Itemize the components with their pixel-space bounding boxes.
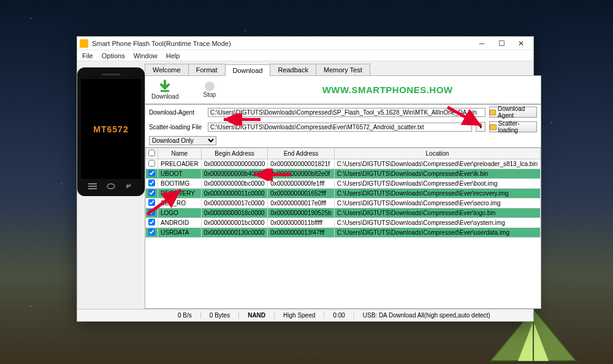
download-agent-label: Download-Agent — [149, 109, 204, 116]
cell-end: 0x00000000017e0fff — [268, 199, 335, 208]
maximize-button[interactable]: ☐ — [492, 37, 511, 50]
folder-icon — [490, 110, 496, 115]
row-checkbox[interactable] — [148, 180, 155, 186]
chip-label: MT6572 — [81, 79, 141, 179]
row-checkbox[interactable] — [148, 209, 155, 216]
cell-begin: 0x00000000130c0000 — [201, 228, 268, 238]
status-bytes: 0 Bytes — [201, 312, 239, 319]
app-icon — [80, 39, 88, 48]
menu-help[interactable]: Help — [166, 52, 180, 59]
row-checkbox[interactable] — [148, 160, 155, 167]
svg-rect-4 — [161, 90, 169, 92]
tab-memorytest[interactable]: Memory Test — [316, 64, 370, 75]
tab-download[interactable]: Download — [225, 64, 271, 76]
row-checkbox[interactable] — [148, 170, 155, 176]
titlebar: Smart Phone Flash Tool(Runtime Trace Mod… — [77, 37, 533, 50]
download-agent-input[interactable] — [208, 108, 485, 117]
svg-rect-2 — [88, 188, 97, 189]
table-row[interactable]: ANDROID0x0000000001bc00000x0000000011bff… — [146, 218, 541, 228]
cell-name: SEC_RO — [158, 199, 202, 208]
mode-row: Download Only — [145, 134, 541, 148]
menu-options[interactable]: Options — [102, 52, 125, 59]
cell-location: C:\Users\DIGTUTS\Downloads\Compressed\Ev… — [334, 179, 540, 189]
status-usb: USB: DA Download All(high speed,auto det… — [354, 312, 533, 319]
cell-location: C:\Users\DIGTUTS\Downloads\Compressed\Ev… — [334, 169, 540, 179]
close-button[interactable]: ✕ — [511, 37, 531, 50]
tab-welcome[interactable]: Welcome — [145, 64, 189, 75]
cell-end: 0x0000000011bfffff — [268, 218, 335, 228]
cell-location: C:\Users\DIGTUTS\Downloads\Compressed\Ev… — [334, 208, 540, 218]
scatter-loading-button[interactable]: Scatter-loading — [489, 121, 537, 132]
partition-table: Name Begin Address End Address Location … — [145, 148, 541, 309]
table-row[interactable]: UBOOT0x0000000000b400000x0000000000b82e0… — [146, 169, 541, 179]
cell-end: 0x0000000013f47fff — [268, 228, 335, 238]
row-checkbox[interactable] — [148, 229, 155, 235]
cell-location: C:\Users\DIGTUTS\Downloads\Compressed\Ev… — [334, 159, 540, 169]
cell-end: 0x0000000000b82e0f — [268, 169, 335, 179]
home-icon — [107, 183, 115, 190]
folder-icon — [490, 124, 496, 130]
download-agent-row: Download-Agent Download Agent — [145, 104, 541, 119]
row-checkbox[interactable] — [148, 189, 155, 196]
window-title: Smart Phone Flash Tool(Runtime Trace Mod… — [92, 40, 472, 47]
back-icon — [125, 183, 134, 190]
cell-end: 0x000000000001821f — [268, 159, 335, 169]
cell-end: 0x000000000190525b — [268, 208, 335, 218]
col-begin[interactable]: Begin Address — [201, 148, 268, 159]
svg-rect-0 — [88, 183, 97, 184]
cell-name: LOGO — [158, 208, 202, 218]
cell-end: 0x0000000000fe1fff — [268, 179, 335, 189]
row-checkbox[interactable] — [148, 219, 155, 226]
cell-location: C:\Users\DIGTUTS\Downloads\Compressed\Ev… — [334, 228, 540, 238]
toolbar: Download Stop WWW.SMARTPHONES.HOW — [145, 76, 541, 104]
cell-begin: 0x0000000000000000 — [201, 159, 268, 169]
table-row[interactable]: USRDATA0x00000000130c00000x0000000013f47… — [146, 228, 541, 238]
table-row[interactable]: PRELOADER0x00000000000000000x00000000000… — [146, 159, 541, 169]
cell-name: RECOVERY — [158, 189, 202, 199]
cell-begin: 0x00000000011c0000 — [201, 189, 268, 199]
menubar: File Options Window Help — [77, 50, 533, 61]
cell-location: C:\Users\DIGTUTS\Downloads\Compressed\Ev… — [334, 199, 540, 208]
table-row[interactable]: BOOTIMG0x0000000000bc00000x0000000000fe1… — [146, 179, 541, 189]
minimize-button[interactable]: ─ — [472, 37, 492, 50]
left-panel: MT6572 — [77, 61, 145, 309]
tab-readback[interactable]: Readback — [270, 64, 316, 75]
col-location[interactable]: Location — [334, 148, 540, 159]
menu-file[interactable]: File — [82, 52, 93, 59]
cell-begin: 0x00000000017c0000 — [201, 199, 268, 208]
stop-icon — [205, 82, 215, 91]
col-name[interactable]: Name — [158, 148, 202, 159]
mode-select[interactable]: Download Only — [149, 136, 216, 145]
svg-rect-1 — [88, 186, 97, 187]
cell-location: C:\Users\DIGTUTS\Downloads\Compressed\Ev… — [334, 189, 540, 199]
phone-graphic: MT6572 — [77, 67, 145, 196]
menu-window[interactable]: Window — [134, 52, 158, 59]
download-agent-button[interactable]: Download Agent — [489, 107, 537, 118]
download-button[interactable]: Download — [151, 80, 178, 100]
cell-name: ANDROID — [158, 218, 202, 228]
cell-name: USRDATA — [158, 228, 202, 238]
cell-begin: 0x00000000018c0000 — [201, 208, 268, 218]
svg-point-3 — [107, 184, 115, 189]
scatter-dropdown-button[interactable]: ▼ — [476, 122, 485, 132]
download-arrow-icon — [158, 80, 172, 93]
scatter-input[interactable] — [208, 123, 472, 132]
cell-location: C:\Users\DIGTUTS\Downloads\Compressed\Ev… — [334, 218, 540, 228]
menu-icon — [88, 183, 97, 190]
status-mode: High Speed — [275, 312, 324, 319]
table-row[interactable]: LOGO0x00000000018c00000x000000000190525b… — [146, 208, 541, 218]
tabstrip: Welcome Format Download Readback Memory … — [145, 64, 541, 76]
table-row[interactable]: RECOVERY0x00000000011c00000x000000000165… — [146, 189, 541, 199]
cell-name: PRELOADER — [158, 159, 202, 169]
stop-button[interactable]: Stop — [203, 82, 216, 98]
table-row[interactable]: SEC_RO0x00000000017c00000x00000000017e0f… — [146, 199, 541, 208]
cell-begin: 0x0000000000b40000 — [201, 169, 268, 179]
cell-name: UBOOT — [158, 169, 202, 179]
cell-begin: 0x0000000001bc0000 — [201, 218, 268, 228]
cell-end: 0x0000000001652fff — [268, 189, 335, 199]
cell-name: BOOTIMG — [158, 179, 202, 189]
tab-format[interactable]: Format — [188, 64, 226, 75]
row-checkbox[interactable] — [148, 199, 155, 206]
col-end[interactable]: End Address — [268, 148, 335, 159]
select-all-checkbox[interactable] — [148, 150, 155, 156]
